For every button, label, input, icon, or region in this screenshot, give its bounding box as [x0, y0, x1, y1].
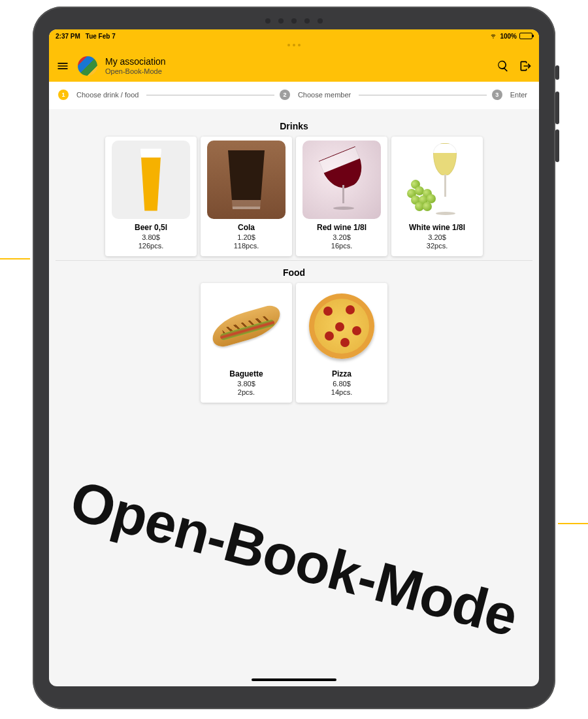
section-title-drinks: Drinks — [49, 121, 539, 131]
watermark-text: Open-Book-Mode — [64, 468, 524, 649]
product-name: Red wine 1/8l — [317, 223, 367, 232]
product-image — [112, 141, 190, 219]
product-stock: 14pcs. — [331, 388, 352, 396]
section-title-food: Food — [49, 267, 539, 278]
product-name: Cola — [238, 223, 255, 232]
device-button — [555, 92, 559, 124]
product-stock: 126pcs. — [139, 242, 164, 250]
device-camera — [265, 18, 323, 24]
step-2-circle[interactable]: 2 — [280, 90, 290, 100]
product-image — [207, 141, 286, 219]
step-1-circle[interactable]: 1 — [58, 90, 69, 100]
product-stock: 2pcs. — [238, 388, 255, 396]
product-price: 3.80$ — [237, 380, 255, 388]
product-card-beer[interactable]: Beer 0,5l 3.80$ 126pcs. — [105, 137, 197, 256]
device-button — [555, 65, 559, 80]
battery-icon — [519, 33, 532, 39]
product-image — [302, 141, 381, 219]
drinks-grid: Beer 0,5l 3.80$ 126pcs. Cola 1.20$ 118pc… — [49, 137, 539, 256]
product-name: Pizza — [332, 369, 351, 378]
wifi-icon — [489, 31, 497, 41]
product-image — [398, 141, 476, 219]
screen: 2:37 PM Tue Feb 7 100% My association Op… — [49, 29, 539, 686]
product-card-cola[interactable]: Cola 1.20$ 118pcs. — [201, 137, 292, 256]
page-title: My association — [105, 57, 488, 67]
product-card-white-wine[interactable]: White wine 1/8l 3.20$ 32pcs. — [391, 137, 483, 256]
product-image — [302, 287, 381, 365]
product-card-red-wine[interactable]: Red wine 1/8l 3.20$ 16pcs. — [296, 137, 387, 256]
step-2-label: Choose member — [295, 91, 353, 99]
battery-text: 100% — [500, 33, 517, 40]
product-price: 6.80$ — [333, 380, 351, 388]
section-divider — [56, 260, 532, 261]
product-image — [207, 287, 286, 365]
step-connector — [146, 95, 274, 95]
home-indicator[interactable] — [252, 678, 336, 681]
status-bar: 2:37 PM Tue Feb 7 100% — [49, 29, 539, 42]
stepper: 1 Choose drink / food 2 Choose member 3 … — [49, 82, 539, 109]
status-date: Tue Feb 7 — [86, 33, 116, 40]
step-connector — [359, 95, 487, 95]
app-bar: My association Open-Book-Mode — [49, 50, 539, 82]
status-time: 2:37 PM — [56, 33, 80, 40]
product-price: 3.20$ — [333, 233, 351, 241]
product-stock: 118pcs. — [234, 242, 259, 250]
page-accent-left — [0, 258, 30, 259]
content: Drinks Beer 0,5l 3.80$ 126pcs. Cola 1.20… — [49, 109, 539, 416]
step-3-label: Enter — [508, 91, 530, 99]
page-accent-right — [558, 523, 588, 524]
page-subtitle: Open-Book-Mode — [105, 67, 488, 75]
product-price: 1.20$ — [237, 233, 255, 241]
ipad-frame: 2:37 PM Tue Feb 7 100% My association Op… — [33, 7, 555, 709]
avatar[interactable] — [78, 56, 97, 76]
product-stock: 16pcs. — [331, 242, 352, 250]
search-icon[interactable] — [496, 59, 510, 73]
product-name: Baguette — [229, 369, 263, 378]
menu-icon[interactable] — [56, 59, 70, 73]
logout-icon[interactable] — [518, 59, 532, 73]
product-card-baguette[interactable]: Baguette 3.80$ 2pcs. — [201, 283, 292, 403]
step-1-label: Choose drink / food — [74, 91, 141, 99]
product-name: White wine 1/8l — [409, 223, 465, 232]
multitask-grab[interactable] — [49, 42, 539, 50]
device-button — [555, 129, 559, 162]
product-stock: 32pcs. — [427, 242, 448, 250]
product-price: 3.80$ — [142, 233, 160, 241]
product-price: 3.20$ — [428, 233, 446, 241]
product-card-pizza[interactable]: Pizza 6.80$ 14pcs. — [296, 283, 387, 403]
product-name: Beer 0,5l — [135, 223, 167, 232]
step-3-circle[interactable]: 3 — [492, 90, 502, 100]
food-grid: Baguette 3.80$ 2pcs. — [49, 283, 539, 403]
